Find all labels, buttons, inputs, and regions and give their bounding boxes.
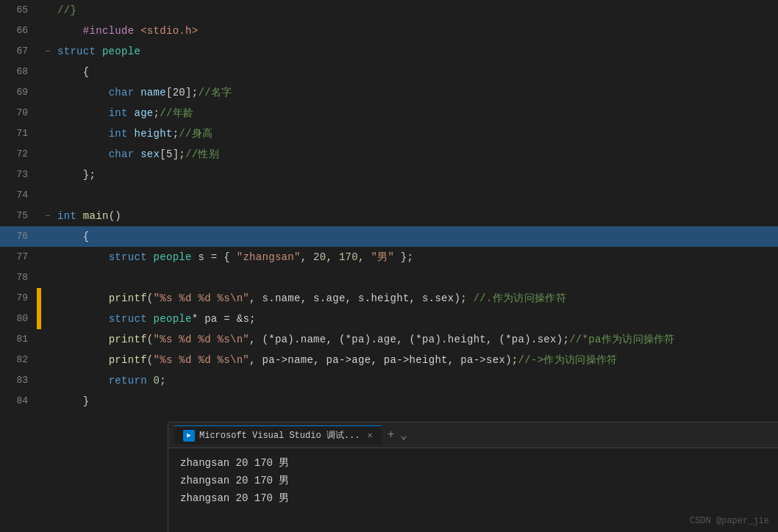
line-number: 79 — [0, 288, 37, 309]
code-line: 68 { — [0, 62, 778, 82]
code-line: 76 { — [0, 226, 778, 247]
line-content: { — [54, 226, 778, 247]
code-line: 78 — [0, 267, 778, 288]
terminal-output-line: zhangsan 20 170 男 — [180, 472, 766, 489]
line-indicator — [37, 21, 41, 41]
line-content: { — [54, 62, 778, 82]
code-line: 83 return 0; — [0, 370, 778, 391]
line-indicator — [37, 0, 41, 21]
line-number: 84 — [0, 391, 37, 411]
code-line: 67−struct people — [0, 41, 778, 62]
line-indicator — [37, 82, 41, 103]
line-indicator — [37, 103, 41, 123]
line-number: 73 — [0, 165, 37, 185]
code-line: 74 — [0, 185, 778, 206]
line-content: struct people — [54, 41, 778, 62]
line-indicator — [37, 247, 41, 267]
line-number: 80 — [0, 309, 37, 329]
line-number: 76 — [0, 226, 37, 247]
line-content: printf("%s %d %d %s\n", s.name, s.age, s… — [54, 288, 778, 309]
line-content: #include <stdio.h> — [54, 21, 778, 41]
code-line: 82 printf("%s %d %d %s\n", pa->name, pa-… — [0, 350, 778, 370]
line-indicator — [37, 123, 41, 144]
line-number: 72 — [0, 144, 37, 165]
line-indicator — [37, 391, 41, 411]
code-line: 84 } — [0, 391, 778, 411]
code-line: 70 int age;//年龄 — [0, 103, 778, 123]
line-content: int main() — [54, 206, 778, 226]
editor-container: 65//}66 #include <stdio.h>67−struct peop… — [0, 0, 778, 532]
line-number: 66 — [0, 21, 37, 41]
code-line: 80 struct people* pa = &s; — [0, 309, 778, 329]
code-line: 73 }; — [0, 165, 778, 185]
code-line: 79 printf("%s %d %d %s\n", s.name, s.age… — [0, 288, 778, 309]
code-line: 69 char name[20];//名字 — [0, 82, 778, 103]
line-indicator — [37, 309, 41, 329]
line-number: 81 — [0, 329, 37, 350]
terminal-add-icon[interactable]: + — [388, 428, 395, 442]
line-number: 74 — [0, 185, 37, 206]
line-number: 65 — [0, 0, 37, 21]
terminal-tab-label: Microsoft Visual Studio 调试... — [199, 429, 360, 442]
line-content: int age;//年龄 — [54, 103, 778, 123]
line-number: 77 — [0, 247, 37, 267]
terminal-output-line: zhangsan 20 170 男 — [180, 454, 766, 472]
line-number: 83 — [0, 370, 37, 391]
line-indicator — [37, 144, 41, 165]
line-content: //} — [54, 0, 778, 21]
terminal-close-icon[interactable]: ✕ — [367, 430, 372, 441]
line-indicator — [37, 267, 41, 288]
line-number: 68 — [0, 62, 37, 82]
line-indicator — [37, 370, 41, 391]
line-indicator — [37, 62, 41, 82]
line-number: 67 — [0, 41, 37, 62]
line-indicator — [37, 329, 41, 350]
code-line: 75−int main() — [0, 206, 778, 226]
line-indicator — [37, 185, 41, 206]
line-content: printf("%s %d %d %s\n", pa->name, pa->ag… — [54, 350, 778, 370]
terminal-panel: ▶ Microsoft Visual Studio 调试... ✕ + ⌄ zh… — [168, 422, 778, 532]
terminal-actions: + ⌄ — [388, 428, 407, 442]
line-content: struct people s = { "zhangsan", 20, 170,… — [54, 247, 778, 267]
terminal-tab[interactable]: ▶ Microsoft Visual Studio 调试... ✕ — [174, 425, 382, 445]
code-line: 77 struct people s = { "zhangsan", 20, 1… — [0, 247, 778, 267]
line-content: printf("%s %d %d %s\n", (*pa).name, (*pa… — [54, 329, 778, 350]
line-number: 78 — [0, 267, 37, 288]
code-line: 65//} — [0, 0, 778, 21]
code-line: 81 printf("%s %d %d %s\n", (*pa).name, (… — [0, 329, 778, 350]
line-content: char name[20];//名字 — [54, 82, 778, 103]
line-content: }; — [54, 165, 778, 185]
watermark: CSDN @paper_jie — [690, 516, 769, 526]
line-gutter: − — [41, 206, 54, 226]
terminal-header: ▶ Microsoft Visual Studio 调试... ✕ + ⌄ — [168, 423, 778, 448]
line-number: 71 — [0, 123, 37, 144]
line-indicator — [37, 350, 41, 370]
terminal-body: zhangsan 20 170 男zhangsan 20 170 男zhangs… — [168, 448, 778, 513]
line-indicator — [37, 226, 41, 247]
line-number: 82 — [0, 350, 37, 370]
line-content: int height;//身高 — [54, 123, 778, 144]
terminal-chevron-icon[interactable]: ⌄ — [400, 428, 407, 442]
terminal-tab-icon: ▶ — [183, 430, 195, 442]
line-number: 75 — [0, 206, 37, 226]
code-line: 71 int height;//身高 — [0, 123, 778, 144]
line-number: 70 — [0, 103, 37, 123]
code-line: 72 char sex[5];//性别 — [0, 144, 778, 165]
line-number: 69 — [0, 82, 37, 103]
line-content: struct people* pa = &s; — [54, 309, 778, 329]
line-gutter: − — [41, 41, 54, 62]
line-content: return 0; — [54, 370, 778, 391]
line-content: char sex[5];//性别 — [54, 144, 778, 165]
line-indicator — [37, 165, 41, 185]
terminal-output-line: zhangsan 20 170 男 — [180, 489, 766, 507]
code-line: 66 #include <stdio.h> — [0, 21, 778, 41]
line-indicator — [37, 288, 41, 309]
line-content: } — [54, 391, 778, 411]
